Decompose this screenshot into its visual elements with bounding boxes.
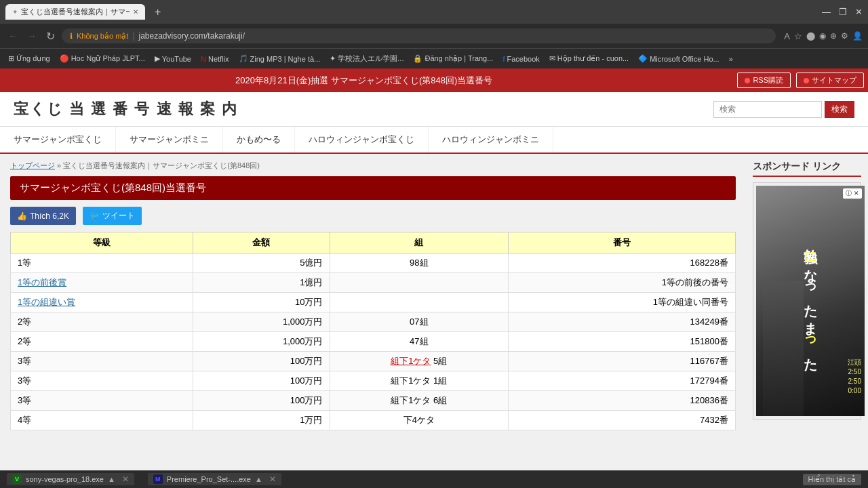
bookmark-icon[interactable]: ☆ bbox=[794, 31, 802, 41]
page-content: 2020年8月21日(金)抽選 サマージャンボ宝くじ(第848回)当選番号 RS… bbox=[0, 68, 868, 470]
bookmark-school[interactable]: ✦ 学校法人エル学園... bbox=[327, 52, 406, 65]
amount-cell: 5億円 bbox=[193, 253, 330, 273]
table-row: 1等の前後賞1億円1等の前後の番号 bbox=[11, 273, 736, 293]
bookmark-apps[interactable]: ⊞ Ứng dụng bbox=[5, 53, 53, 64]
facebook-like-button[interactable]: 👍 Thích 6,2K bbox=[10, 207, 76, 225]
banner-text: 2020年8月21日(金)抽選 サマージャンボ宝くじ(第848回)当選番号 bbox=[4, 75, 724, 87]
extension-icon1[interactable]: ⬤ bbox=[806, 31, 815, 41]
twitter-tweet-button[interactable]: 🐦 ツイート bbox=[83, 207, 142, 225]
protocol-label: Không bảo mật bbox=[77, 32, 128, 41]
content-left: トップページ » 宝くじ当選番号速報案内｜サマージャンボ宝くじ(第848回) サ… bbox=[0, 154, 746, 470]
extension-icon2[interactable]: ◉ bbox=[819, 31, 826, 41]
bookmark-netflix[interactable]: N Netflix bbox=[198, 54, 232, 64]
group-cell: 47組 bbox=[330, 332, 509, 352]
rank-cell: 1等の組違い賞 bbox=[11, 293, 193, 312]
group-cell: 組下1ケタ 5組 bbox=[330, 352, 509, 371]
premiere-close-icon[interactable]: ✕ bbox=[269, 474, 276, 484]
bookmark-more[interactable]: » bbox=[726, 54, 736, 64]
social-buttons: 👍 Thích 6,2K 🐦 ツイート bbox=[10, 207, 736, 225]
browser-window: ✦ 宝くじ当選番号速報案内｜サマー… ✕ + — ❐ ✕ ← → ↻ ℹ Khô… bbox=[0, 0, 868, 488]
amount-cell: 1,000万円 bbox=[193, 312, 330, 332]
bottom-bar: V sony-vegas-pro_18.exe ▲ ✕ M Premiere_P… bbox=[0, 470, 868, 488]
back-button[interactable]: ← bbox=[5, 29, 20, 43]
show-all-button[interactable]: Hiển thị tất cả bbox=[803, 474, 861, 485]
nav-item-halloween-jumbo[interactable]: ハロウィンジャンボ宝くじ bbox=[295, 127, 429, 152]
address-input-area[interactable]: ℹ Không bảo mật | jabezadvisory.com/taka… bbox=[62, 28, 776, 43]
breadcrumb-home[interactable]: トップページ bbox=[10, 161, 55, 169]
bookmark-dangnhap[interactable]: 🔒 Đăng nhập | Trang... bbox=[410, 53, 496, 64]
top-banner: 2020年8月21日(金)抽選 サマージャンボ宝くじ(第848回)当選番号 RS… bbox=[0, 68, 868, 92]
extension-icon3[interactable]: ⊕ bbox=[830, 31, 837, 41]
tab-title: 宝くじ当選番号速報案内｜サマー… bbox=[21, 7, 130, 17]
restore-button[interactable]: ❐ bbox=[839, 7, 847, 17]
nav-item-summer-jumbo[interactable]: サマージャンボ宝くじ bbox=[0, 127, 116, 152]
premiere-icon: M bbox=[153, 474, 163, 484]
bookmark-email[interactable]: ✉ Hộp thư đến - cuon... bbox=[547, 53, 631, 64]
minimize-button[interactable]: — bbox=[822, 7, 831, 17]
nav-item-summer-mini[interactable]: サマージャンボミニ bbox=[116, 127, 223, 152]
nav-item-halloween-mini[interactable]: ハロウィンジャンボミニ bbox=[429, 127, 553, 152]
sitemap-dot bbox=[804, 78, 809, 83]
table-row: 3等100万円組下1ケタ 5組116767番 bbox=[11, 352, 736, 371]
extension-icon4[interactable]: ⚙ bbox=[841, 31, 848, 41]
address-text: jabezadvisory.com/takarakuji/ bbox=[139, 31, 245, 41]
tab-bar: ✦ 宝くじ当選番号速報案内｜サマー… ✕ + — ❐ ✕ bbox=[0, 0, 868, 24]
vegas-close-icon[interactable]: ✕ bbox=[122, 474, 129, 484]
bookmarks-bar: ⊞ Ứng dụng 🔴 Hoc Ngữ Pháp JLPT... ▶ YouT… bbox=[0, 48, 868, 68]
amount-cell: 10万円 bbox=[193, 293, 330, 312]
breadcrumb-current: 宝くじ当選番号速報案内｜サマージャンボ宝くじ(第848回) bbox=[63, 161, 260, 169]
amount-cell: 100万円 bbox=[193, 391, 330, 411]
amount-cell: 1億円 bbox=[193, 273, 330, 293]
sidebar-title: スポンサード リンク bbox=[753, 161, 861, 177]
table-row: 3等100万円組下1ケタ 1組172794番 bbox=[11, 371, 736, 391]
forward-button[interactable]: → bbox=[24, 29, 39, 43]
breadcrumb-separator: » bbox=[57, 161, 63, 169]
number-cell: 120836番 bbox=[509, 391, 736, 411]
rss-button[interactable]: RSS購読 bbox=[737, 73, 791, 88]
search-input[interactable] bbox=[713, 101, 822, 118]
number-cell: 151800番 bbox=[509, 332, 736, 352]
article-heading: サマージャンボ宝くじ(第848回)当選番号 bbox=[10, 176, 736, 200]
premiere-arrow-icon[interactable]: ▲ bbox=[255, 475, 262, 483]
rank-cell: 1等 bbox=[11, 253, 193, 273]
amount-cell: 1,000万円 bbox=[193, 332, 330, 352]
table-row: 1等5億円98組168228番 bbox=[11, 253, 736, 273]
bookmark-facebook[interactable]: f Facebook bbox=[500, 54, 542, 64]
close-button[interactable]: ✕ bbox=[855, 7, 863, 17]
table-row: 2等1,000万円07組134249番 bbox=[11, 312, 736, 332]
search-button[interactable]: 検索 bbox=[825, 101, 854, 118]
vegas-arrow-icon[interactable]: ▲ bbox=[108, 475, 115, 483]
number-cell: 1等の前後の番号 bbox=[509, 273, 736, 293]
bookmark-jlpt[interactable]: 🔴 Hoc Ngữ Pháp JLPT... bbox=[57, 53, 148, 64]
rank-cell: 4等 bbox=[11, 411, 193, 430]
sitemap-button[interactable]: サイトマップ bbox=[796, 73, 864, 88]
rank-cell: 3等 bbox=[11, 371, 193, 391]
col-rank: 等級 bbox=[11, 232, 193, 253]
active-tab[interactable]: ✦ 宝くじ当選番号速報案内｜サマー… ✕ bbox=[5, 4, 145, 20]
reload-button[interactable]: ↻ bbox=[43, 28, 58, 44]
sidebar-ad: ⓘ ✕ 勉 強 に な っ た ま っ た bbox=[753, 182, 861, 420]
vegas-label: sony-vegas-pro_18.exe bbox=[26, 475, 104, 483]
tab-close-icon[interactable]: ✕ bbox=[133, 8, 138, 16]
bookmark-zing[interactable]: 🎵 Zing MP3 | Nghe tà... bbox=[236, 53, 323, 64]
download-item-premiere[interactable]: M Premiere_Pro_Set-....exe ▲ ✕ bbox=[148, 473, 281, 485]
group-cell: 組下1ケタ 1組 bbox=[330, 371, 509, 391]
rank-cell: 1等の前後賞 bbox=[11, 273, 193, 293]
new-tab-button[interactable]: + bbox=[149, 6, 166, 18]
rank-cell: 2等 bbox=[11, 332, 193, 352]
premiere-label: Premiere_Pro_Set-....exe bbox=[167, 475, 251, 483]
sidebar: スポンサード リンク ⓘ ✕ 勉 強 に な っ た bbox=[746, 154, 868, 470]
bookmark-office[interactable]: 🔷 Microsoft Office Ho... bbox=[635, 53, 722, 64]
bookmark-youtube[interactable]: ▶ YouTube bbox=[152, 53, 194, 64]
download-item-vegas[interactable]: V sony-vegas-pro_18.exe ▲ ✕ bbox=[7, 473, 134, 485]
ad-image: ⓘ ✕ 勉 強 に な っ た ま っ た bbox=[756, 186, 865, 416]
address-bar: ← → ↻ ℹ Không bảo mật | jabezadvisory.co… bbox=[0, 24, 868, 48]
browser-action-icons: A ☆ ⬤ ◉ ⊕ ⚙ 👤 bbox=[784, 31, 863, 41]
profile-icon[interactable]: 👤 bbox=[852, 31, 863, 41]
translate-icon[interactable]: A bbox=[784, 31, 790, 41]
rss-dot bbox=[745, 78, 750, 83]
security-icon: ℹ bbox=[70, 32, 73, 41]
separator: | bbox=[132, 31, 134, 41]
group-cell bbox=[330, 293, 509, 312]
nav-item-kamome[interactable]: かもめ〜る bbox=[223, 127, 295, 152]
